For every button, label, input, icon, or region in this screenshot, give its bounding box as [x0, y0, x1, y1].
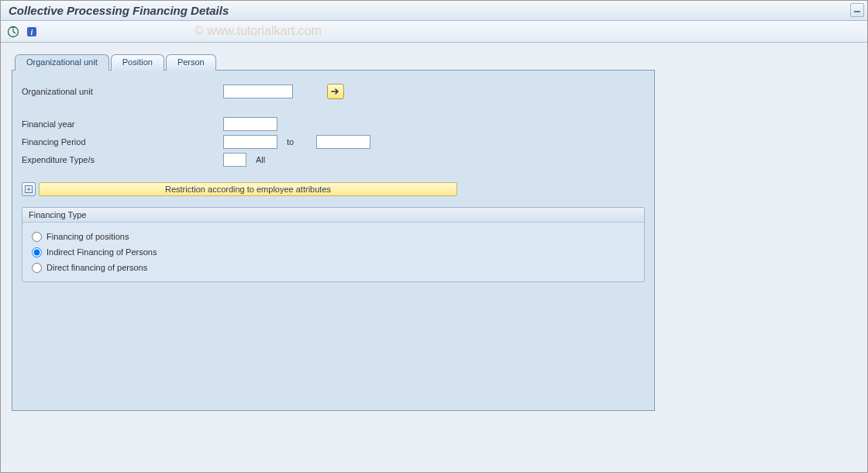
window-button[interactable] [850, 3, 864, 17]
fin-year-label: Financial year [22, 119, 223, 129]
svg-rect-0 [854, 11, 860, 12]
content-area: Organizational unit Position Person Orga… [1, 43, 867, 472]
to-label: to [277, 137, 316, 147]
fin-period-label: Financing Period [22, 137, 223, 147]
tab-panel: Organizational unit Financial year Finan… [12, 70, 655, 411]
toolbar: i [1, 21, 867, 43]
exp-type-text: All [246, 155, 308, 164]
expand-section: Restriction according to employee attrib… [22, 182, 645, 196]
exp-type-label: Expenditure Type/s [22, 155, 223, 164]
fin-period-to-input[interactable] [316, 135, 370, 149]
radio-row-indirect-financing[interactable]: Indirect Financing of Persons [32, 244, 635, 260]
tab-position[interactable]: Position [111, 54, 164, 71]
execute-icon [7, 26, 19, 38]
info-icon: i [26, 26, 37, 37]
radio-financing-positions[interactable] [32, 232, 42, 242]
row-fin-period: Financing Period to [22, 133, 645, 150]
group-body: Financing of positions Indirect Financin… [22, 223, 644, 281]
radio-direct-financing[interactable] [32, 263, 42, 273]
row-fin-year: Financial year [22, 116, 645, 133]
radio-row-financing-positions[interactable]: Financing of positions [32, 229, 635, 244]
group-title: Financing Type [22, 208, 644, 223]
fin-period-from-input[interactable] [223, 135, 277, 149]
expand-button[interactable] [22, 182, 36, 196]
tab-organizational-unit[interactable]: Organizational unit [15, 54, 109, 71]
title-bar: Collective Processing Financing Details [1, 1, 867, 21]
radio-label: Indirect Financing of Persons [46, 247, 157, 257]
multiple-selection-button[interactable] [327, 84, 344, 99]
execute-button[interactable] [5, 24, 21, 40]
exp-type-input[interactable] [223, 153, 246, 167]
financing-type-group: Financing Type Financing of positions In… [22, 207, 645, 282]
info-button[interactable]: i [24, 24, 40, 40]
radio-label: Direct financing of persons [46, 263, 147, 272]
org-unit-input[interactable] [223, 85, 293, 98]
svg-line-4 [13, 32, 16, 33]
svg-text:i: i [31, 28, 33, 36]
radio-label: Financing of positions [46, 232, 129, 241]
org-unit-label: Organizational unit [22, 87, 223, 96]
expand-label[interactable]: Restriction according to employee attrib… [39, 182, 457, 196]
radio-indirect-financing[interactable] [32, 247, 42, 257]
row-exp-type: Expenditure Type/s All [22, 151, 645, 168]
fin-year-input[interactable] [223, 117, 277, 131]
radio-row-direct-financing[interactable]: Direct financing of persons [32, 260, 635, 275]
page-title: Collective Processing Financing Details [9, 4, 229, 17]
tab-strip: Organizational unit Position Person [12, 54, 856, 70]
app-window: Collective Processing Financing Details … [0, 0, 868, 473]
svg-point-2 [12, 26, 15, 28]
plus-icon [25, 185, 33, 193]
tab-person[interactable]: Person [166, 54, 216, 71]
arrow-right-icon [331, 88, 340, 95]
row-org-unit: Organizational unit [22, 83, 645, 100]
